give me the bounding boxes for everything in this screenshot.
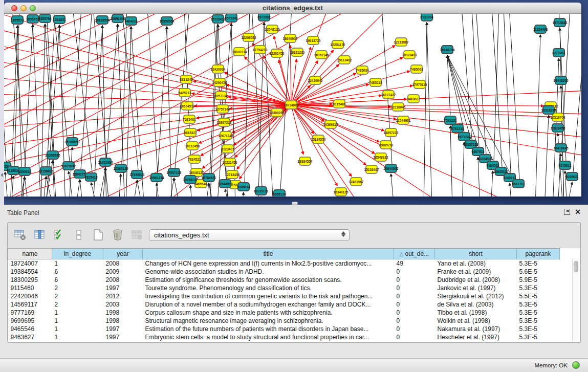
graph-node[interactable]: 16443205 [555,76,567,85]
graph-node[interactable]: 17957223 [168,168,180,177]
graph-node[interactable]: 11451934 [99,158,112,167]
graph-node[interactable]: 8572302 [258,14,270,21]
graph-node[interactable]: 10112458 [186,141,199,150]
column-header-short[interactable]: short [435,249,517,259]
graph-node[interactable]: 16648794 [441,45,453,54]
graph-node[interactable]: 17359924 [131,170,143,179]
graph-node[interactable]: 10958107 [184,175,197,184]
graph-node[interactable]: 9463627 [407,94,420,103]
graph-node[interactable]: 11156823 [40,166,52,176]
graph-node[interactable]: 15133467 [365,165,378,174]
graph-node[interactable]: 18958564 [161,16,173,26]
table-row[interactable]: 969969511998Structural magnetic resonanc… [8,317,560,325]
graph-node[interactable]: 7625413 [85,172,97,182]
graph-node[interactable]: 25160650 [66,137,78,146]
graph-node[interactable]: 8131004 [421,14,433,21]
table-row[interactable]: 977716911998Corpus callosum shape and si… [8,309,560,317]
graph-node[interactable]: 9815327 [184,128,197,137]
table-row[interactable]: 946362711997Embryonic stem cells: a mode… [8,333,560,341]
graph-node[interactable]: 20944502 [385,164,397,173]
insert-column-icon[interactable] [33,228,47,242]
graph-node[interactable]: 10318298 [542,105,555,115]
graph-node[interactable]: 7625401 [183,115,195,124]
graph-node[interactable]: 14569117 [324,120,337,129]
graph-node[interactable]: 9631701 [512,179,525,188]
graph-node[interactable]: 16340125 [335,187,347,196]
graph-node[interactable]: 8813245 [180,75,192,84]
hub-node[interactable]: 18724007 [285,100,297,110]
graph-node[interactable]: 16107427 [382,90,395,99]
graph-node[interactable]: 19613402 [338,55,351,64]
graph-node[interactable]: 12254170 [332,40,344,49]
graph-node[interactable]: 9115460 [333,99,345,108]
graph-node[interactable]: 10634512 [181,101,193,111]
graph-node[interactable]: 12213967 [395,37,407,47]
delete-table-icon[interactable] [111,228,124,242]
graph-node[interactable]: 19613725 [307,36,319,45]
close-panel-icon[interactable]: ✕ [575,209,581,215]
column-header-out_de[interactable]: △out_de... [394,249,435,259]
graph-node[interactable]: 12420034 [212,64,224,74]
graph-node[interactable]: 17975115 [413,80,426,89]
graph-node[interactable]: 8350612 [18,167,31,176]
table-row[interactable]: 946554611997Estimation of the future num… [8,325,560,333]
collapse-panel-arrow-icon[interactable] [1,173,3,177]
table-row[interactable]: 1872400712008Changes of HCN gene express… [8,259,560,268]
graph-node[interactable]: 22420046 [309,76,321,85]
import-table-icon[interactable] [130,228,144,242]
network-canvas[interactable]: 8813245942571310634512762540198153271011… [4,14,581,196]
graph-node[interactable]: 13867213 [218,118,230,127]
graph-node[interactable]: 18300295 [271,108,283,117]
graph-node[interactable]: 15715843 [554,18,566,27]
graph-node[interactable]: 10561234 [150,173,163,182]
graph-node[interactable]: 10944502 [219,179,231,188]
column-header-title[interactable]: title [143,249,394,259]
table-row[interactable]: 1830029562008Estimation of significance … [8,276,560,284]
graph-node[interactable]: 15723412 [212,14,224,24]
select-rows-icon[interactable] [53,228,66,242]
graph-node[interactable]: 10973493 [403,50,416,59]
graph-node[interactable]: 7485034 [356,65,368,75]
graph-node[interactable]: 8123407 [222,144,234,154]
graph-node[interactable]: 18002314 [233,47,246,56]
graph-node[interactable]: 9245034 [237,182,250,191]
graph-node[interactable]: 12754213 [254,45,266,54]
graph-node[interactable]: 10416845 [555,143,567,152]
graph-node[interactable]: 7634521 [188,155,201,164]
network-window-titlebar[interactable]: citations_edges.txt [4,3,581,14]
float-panel-icon[interactable] [564,209,570,215]
graph-node[interactable]: 12216045 [392,102,404,112]
table-row[interactable]: 1456911722003Disruption of a novel membe… [8,300,560,309]
graph-node[interactable]: 9356124 [273,189,286,196]
graph-node[interactable]: 11154408 [534,25,547,34]
scrollbar-thumb[interactable] [574,261,578,272]
graph-node[interactable]: 16640910 [284,34,296,43]
splitter-handle[interactable] [292,202,298,205]
graph-node[interactable]: 2055761 [27,14,39,24]
graph-node[interactable]: 16549312 [375,152,387,162]
graph-node[interactable]: 16962145 [315,50,328,59]
column-header-pagerank[interactable]: pagerank [517,249,560,259]
graph-node[interactable]: 9245012 [559,161,571,170]
graph-node[interactable]: 14957213 [385,128,397,137]
network-table-select[interactable]: citations_edges.txt [149,229,350,241]
graph-node[interactable]: 15184554 [312,135,324,144]
graph-node[interactable]: 20691406 [112,14,124,23]
graph-node[interactable]: 12671345 [220,131,232,140]
graph-node[interactable]: 12481567 [350,177,362,186]
column-header-year[interactable]: year [103,249,143,259]
graph-node[interactable]: 9425713 [179,88,191,97]
table-settings-icon[interactable] [14,228,27,242]
column-header-name[interactable]: name [8,249,52,259]
graph-node[interactable]: 16381230 [291,48,303,57]
graph-node[interactable]: 32201456 [271,49,283,58]
graph-node[interactable]: 9035621 [566,172,578,181]
graph-node[interactable]: 12757140 [216,104,229,114]
graph-node[interactable]: 12713456 [226,170,238,179]
graph-node[interactable]: 8277451 [553,48,565,57]
graph-node[interactable]: 10231456 [224,158,236,167]
row-height-icon[interactable] [72,228,85,242]
graph-node[interactable]: 7485063 [410,64,423,74]
graph-node[interactable]: 12505135 [115,164,127,173]
graph-node[interactable]: 8572341 [225,14,237,23]
